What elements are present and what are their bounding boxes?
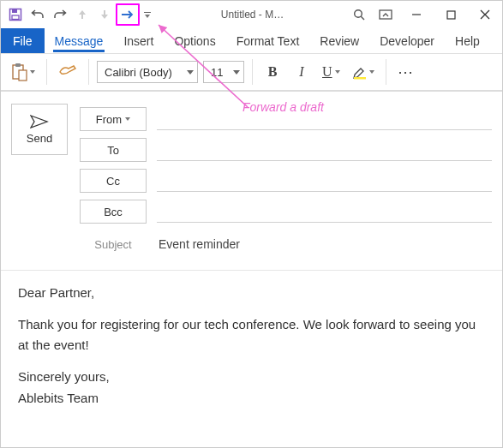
undo-icon[interactable]	[27, 3, 49, 26]
svg-rect-7	[447, 11, 455, 19]
body-line: Sincerely yours,	[18, 367, 485, 386]
tab-help[interactable]: Help	[445, 28, 490, 53]
maximize-button[interactable]	[434, 2, 468, 27]
subject-field[interactable]	[157, 234, 492, 254]
body-line: Dear Partner,	[18, 283, 485, 302]
format-painter-icon[interactable]	[55, 59, 81, 85]
send-label: Send	[27, 132, 52, 145]
close-button[interactable]	[468, 2, 502, 27]
up-arrow-icon	[71, 3, 93, 26]
window-title: Untitled - M…	[164, 9, 341, 21]
svg-rect-5	[380, 10, 392, 19]
bcc-field[interactable]	[157, 200, 492, 223]
compose-header: Send From To Cc Bcc	[1, 92, 502, 270]
tab-insert[interactable]: Insert	[113, 28, 164, 53]
redo-icon[interactable]	[49, 3, 71, 26]
search-icon[interactable]	[346, 3, 372, 26]
font-size-value: 11	[211, 66, 223, 79]
subject-label: Subject	[80, 238, 147, 251]
collapse-ribbon-icon[interactable]	[372, 3, 399, 26]
font-size-combo[interactable]: 11	[203, 61, 244, 83]
italic-button[interactable]: I	[290, 59, 314, 85]
tab-review[interactable]: Review	[309, 28, 369, 53]
save-icon[interactable]	[4, 3, 27, 26]
bcc-button[interactable]: Bcc	[80, 200, 147, 224]
tab-format-text[interactable]: Format Text	[226, 28, 310, 53]
tab-developer[interactable]: Developer	[369, 28, 445, 53]
outlook-compose-window: Untitled - M… File Message Insert Option…	[0, 0, 503, 448]
send-button[interactable]: Send	[11, 104, 68, 155]
svg-rect-2	[12, 15, 19, 20]
message-body[interactable]: Dear Partner, Thank you for registering …	[1, 270, 502, 433]
body-line: Thank you for registering for our tech c…	[18, 314, 485, 355]
quick-access-toolbar	[4, 3, 155, 26]
from-label: From	[96, 113, 122, 126]
from-field[interactable]	[157, 108, 492, 130]
svg-rect-9	[15, 63, 21, 67]
bold-button[interactable]: B	[260, 59, 284, 85]
underline-button[interactable]: U	[319, 59, 344, 85]
to-button[interactable]: To	[80, 138, 147, 162]
customize-qat-icon[interactable]	[140, 3, 155, 26]
minimize-button[interactable]	[399, 2, 434, 27]
down-arrow-icon	[93, 3, 116, 26]
tab-options[interactable]: Options	[164, 28, 225, 53]
cc-field[interactable]	[157, 170, 492, 192]
title-bar: Untitled - M…	[1, 1, 502, 28]
ribbon-toolbar: Calibri (Body) 11 B I U ⋯	[1, 54, 502, 92]
svg-point-3	[354, 9, 362, 17]
body-line: Ablebits Team	[18, 388, 485, 408]
font-name-value: Calibri (Body)	[105, 66, 172, 79]
file-tab[interactable]: File	[1, 28, 45, 53]
paste-button[interactable]	[8, 59, 39, 85]
svg-rect-11	[354, 77, 366, 80]
send-icon	[30, 115, 49, 128]
title-bar-right	[346, 2, 502, 27]
cc-button[interactable]: Cc	[80, 169, 147, 193]
svg-line-4	[361, 16, 364, 20]
ribbon-tabs: File Message Insert Options Format Text …	[1, 28, 502, 54]
highlight-button[interactable]	[349, 59, 378, 85]
forward-draft-icon[interactable]	[116, 3, 140, 26]
underline-glyph: U	[322, 64, 332, 80]
from-button[interactable]: From	[80, 107, 147, 131]
font-name-combo[interactable]: Calibri (Body)	[97, 61, 198, 83]
svg-rect-10	[19, 70, 27, 81]
more-commands-button[interactable]: ⋯	[394, 59, 418, 85]
svg-rect-1	[12, 9, 17, 13]
tab-message[interactable]: Message	[45, 28, 114, 53]
to-field[interactable]	[157, 139, 492, 161]
